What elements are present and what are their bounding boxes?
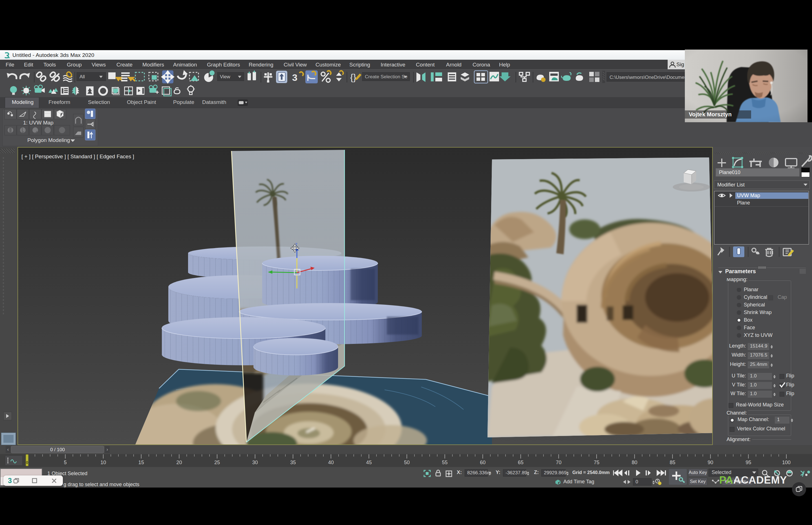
svg-text:30: 30 [252,460,258,465]
svg-text:40: 40 [328,460,334,465]
svg-text:{}: {} [350,72,357,82]
svg-text:95: 95 [745,460,751,465]
svg-text:70: 70 [556,460,561,465]
svg-text:15: 15 [139,460,144,465]
svg-text:View: View [220,74,230,79]
svg-text:90: 90 [708,460,713,465]
svg-text:Create Selection Se: Create Selection Se [365,74,407,79]
svg-text:50: 50 [404,460,410,465]
svg-text:80: 80 [632,460,637,465]
svg-text:20: 20 [176,460,182,465]
svg-text:All: All [79,74,85,79]
svg-text:75: 75 [594,460,599,465]
svg-text:25: 25 [214,460,220,465]
svg-text:85: 85 [670,460,675,465]
svg-text:[ + ] [ Perspective ] [ Standa: [ + ] [ Perspective ] [ Standard ] [ Edg… [21,153,134,160]
svg-text:C:\Users\wmors\OneDrive\Docume: C:\Users\wmors\OneDrive\Documents [610,75,691,80]
svg-text:60: 60 [480,460,485,465]
svg-text:3: 3 [292,72,298,83]
svg-text:45: 45 [366,460,372,465]
svg-text:Vojtek Morsztyn: Vojtek Morsztyn [689,111,731,118]
svg-text:10: 10 [100,460,106,465]
svg-text:5: 5 [64,460,67,465]
svg-text:35: 35 [290,460,296,465]
svg-text:100: 100 [782,460,791,465]
svg-text:55: 55 [442,460,448,465]
svg-text:65: 65 [518,460,524,465]
